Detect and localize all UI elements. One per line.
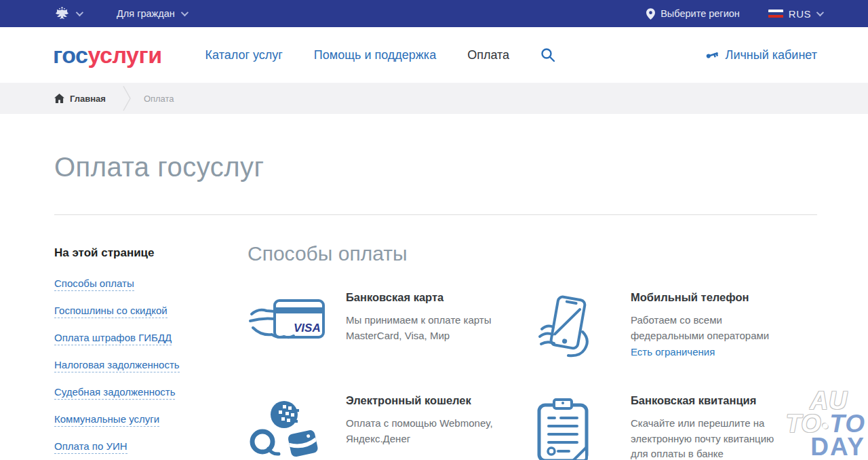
audience-label: Для граждан: [117, 8, 175, 19]
sidebar-link-utilities[interactable]: Коммунальные услуги: [54, 413, 159, 427]
logo-part-red: услуги: [87, 42, 161, 68]
restrictions-link[interactable]: Есть ограничения: [631, 346, 715, 358]
bank-receipt-icon: [532, 394, 631, 460]
key-icon: [705, 50, 719, 60]
method-bank-card: VISA Банковская карта Мы принимаем к опл…: [248, 291, 532, 362]
breadcrumb: Главная Оплата: [0, 83, 868, 114]
russian-flag-icon: [768, 9, 783, 18]
breadcrumb-current: Оплата: [144, 94, 174, 104]
audience-selector[interactable]: Для граждан: [117, 8, 186, 19]
method-description: Оплата с помощью Webmoney, Яндекс.Денег: [346, 416, 502, 446]
method-description: Работаем со всеми федеральными оператора…: [631, 313, 787, 343]
method-e-wallet: Электронный кошелек Оплата с помощью Web…: [248, 394, 532, 460]
coat-of-arms-icon: [54, 6, 70, 22]
method-description: Мы принимаем к оплате карты MasterCard, …: [346, 313, 502, 343]
breadcrumb-separator-icon: [122, 85, 132, 112]
search-button[interactable]: [540, 47, 555, 62]
sidebar-link-payment-methods[interactable]: Способы оплаты: [54, 277, 134, 291]
search-icon: [540, 47, 555, 62]
method-description: Скачайте или перешлите на электронную по…: [631, 416, 787, 460]
state-emblem-menu[interactable]: [54, 6, 81, 22]
logo-part-blue: гос: [53, 42, 87, 68]
chevron-down-icon: [816, 9, 824, 16]
divider: [54, 214, 817, 215]
gosuslugi-logo[interactable]: госуслуги: [53, 42, 162, 69]
breadcrumb-home-label: Главная: [70, 94, 106, 104]
on-this-page-sidebar: На этой странице Способы оплаты Госпошли…: [54, 246, 248, 460]
personal-cabinet-button[interactable]: Личный кабинет: [705, 48, 817, 62]
location-pin-icon: [646, 8, 655, 20]
home-icon: [54, 94, 64, 103]
sidebar-link-tax-debt[interactable]: Налоговая задолженность: [54, 359, 180, 372]
section-heading: Способы оплаты: [248, 242, 817, 265]
sidebar-heading: На этой странице: [54, 246, 248, 260]
nav-help[interactable]: Помощь и поддержка: [314, 48, 436, 62]
method-mobile-phone: Мобильный телефон Работаем со всеми феде…: [532, 291, 817, 362]
chevron-down-icon: [76, 9, 83, 16]
language-label: RUS: [789, 8, 811, 20]
region-label: Выберите регион: [660, 8, 740, 19]
bank-card-icon: VISA: [248, 291, 346, 362]
method-title: Мобильный телефон: [631, 291, 787, 304]
site-header: госуслуги Каталог услуг Помощь и поддерж…: [0, 27, 868, 83]
top-bar: Для граждан Выберите регион RUS: [0, 0, 868, 27]
mobile-phone-icon: [532, 291, 631, 362]
method-title: Банковская квитанция: [631, 394, 787, 407]
language-selector[interactable]: RUS: [768, 8, 822, 20]
method-bank-receipt: Банковская квитанция Скачайте или перешл…: [532, 394, 817, 460]
method-title: Электронный кошелек: [346, 394, 502, 407]
chevron-down-icon: [181, 9, 189, 16]
page-content: Оплата госуслуг На этой странице Способы…: [0, 152, 868, 460]
page-title: Оплата госуслуг: [54, 152, 817, 183]
nav-payment[interactable]: Оплата: [467, 48, 509, 62]
payment-methods-section: Способы оплаты VISA: [248, 246, 817, 460]
method-title: Банковская карта: [346, 291, 502, 304]
region-selector[interactable]: Выберите регион: [646, 8, 740, 20]
main-navigation: Каталог услуг Помощь и поддержка Оплата: [205, 47, 556, 62]
sidebar-link-traffic-fines[interactable]: Оплата штрафов ГИБДД: [54, 332, 172, 345]
sidebar-link-court-debt[interactable]: Судебная задолженность: [54, 386, 175, 400]
sidebar-link-discount-fees[interactable]: Госпошлины со скидкой: [54, 305, 167, 318]
e-wallet-icon: [248, 394, 346, 460]
cabinet-label: Личный кабинет: [726, 48, 817, 62]
breadcrumb-home[interactable]: Главная: [54, 94, 106, 104]
nav-catalog[interactable]: Каталог услуг: [205, 48, 283, 62]
sidebar-link-uin-payment[interactable]: Оплата по УИН: [54, 440, 127, 454]
svg-text:VISA: VISA: [294, 322, 321, 334]
